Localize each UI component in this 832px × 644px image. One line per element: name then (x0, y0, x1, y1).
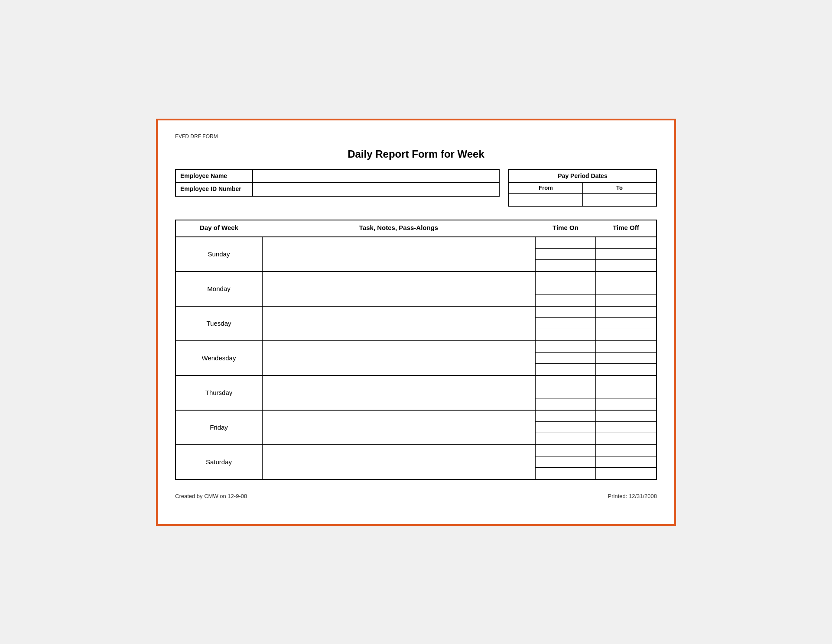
pay-period-headers: From To (509, 183, 656, 194)
time-on-subline[interactable] (536, 411, 595, 422)
time-off-subline[interactable] (596, 445, 656, 456)
time-on-subline[interactable] (536, 387, 595, 398)
time-off-subline[interactable] (596, 387, 656, 398)
time-off-header: Time Off (596, 220, 656, 237)
time-on-subline[interactable] (536, 341, 595, 353)
time-off-cell-sunday (596, 237, 656, 272)
day-row: Sunday (176, 237, 656, 272)
time-off-subline[interactable] (596, 411, 656, 422)
time-off-subline[interactable] (596, 456, 656, 468)
time-on-cell-friday (535, 410, 596, 445)
task-cell-sunday[interactable] (262, 237, 535, 272)
time-on-subline[interactable] (536, 398, 595, 410)
day-row: Saturday (176, 445, 656, 479)
time-off-subline[interactable] (596, 237, 656, 249)
time-on-subline[interactable] (536, 456, 595, 468)
time-on-subline[interactable] (536, 422, 595, 433)
day-cell-saturday: Saturday (176, 445, 262, 479)
form-title: Daily Report Form for Week (175, 148, 657, 160)
time-off-subline[interactable] (596, 260, 656, 271)
time-on-subline[interactable] (536, 318, 595, 329)
time-off-subline[interactable] (596, 272, 656, 283)
time-on-cell-sunday (535, 237, 596, 272)
time-on-subline[interactable] (536, 283, 595, 294)
time-off-subline[interactable] (596, 376, 656, 387)
task-notes-header: Task, Notes, Pass-Alongs (262, 220, 535, 237)
employee-id-row: Employee ID Number (175, 183, 500, 197)
task-cell-friday[interactable] (262, 410, 535, 445)
day-cell-monday: Monday (176, 272, 262, 306)
main-table: Day of Week Task, Notes, Pass-Alongs Tim… (175, 220, 657, 480)
day-row: Monday (176, 272, 656, 306)
time-off-subline[interactable] (596, 353, 656, 364)
time-on-cell-monday (535, 272, 596, 306)
time-on-subline[interactable] (536, 445, 595, 456)
day-row: Wendesday (176, 341, 656, 375)
task-cell-saturday[interactable] (262, 445, 535, 479)
pay-period-title: Pay Period Dates (509, 170, 656, 183)
employee-fields: Employee Name Employee ID Number (175, 169, 500, 207)
time-on-cell-wendesday (535, 341, 596, 375)
day-cell-thursday: Thursday (176, 375, 262, 410)
time-off-subline[interactable] (596, 433, 656, 444)
time-on-subline[interactable] (536, 249, 595, 260)
day-row: Friday (176, 410, 656, 445)
pay-period-to-header: To (583, 183, 656, 193)
time-on-subline[interactable] (536, 376, 595, 387)
time-off-cell-monday (596, 272, 656, 306)
task-cell-tuesday[interactable] (262, 306, 535, 341)
pay-period-from-header: From (509, 183, 583, 193)
day-row: Tuesday (176, 306, 656, 341)
page-wrapper: EVFD DRF FORM Daily Report Form for Week… (156, 119, 676, 526)
employee-id-label: Employee ID Number (175, 183, 253, 197)
pay-period-block: Pay Period Dates From To (508, 169, 657, 207)
footer-right: Printed: 12/31/2008 (608, 493, 657, 499)
time-off-cell-saturday (596, 445, 656, 479)
time-off-cell-wendesday (596, 341, 656, 375)
pay-period-from-input[interactable] (509, 194, 583, 206)
employee-name-label: Employee Name (175, 169, 253, 183)
time-on-subline[interactable] (536, 307, 595, 318)
time-on-header: Time On (535, 220, 596, 237)
employee-name-input[interactable] (253, 169, 500, 183)
time-off-subline[interactable] (596, 398, 656, 410)
time-on-subline[interactable] (536, 353, 595, 364)
form-label: EVFD DRF FORM (175, 133, 657, 139)
pay-period-inputs (509, 194, 656, 206)
task-cell-thursday[interactable] (262, 375, 535, 410)
day-row: Thursday (176, 375, 656, 410)
employee-name-row: Employee Name (175, 169, 500, 183)
time-on-subline[interactable] (536, 237, 595, 249)
time-off-subline[interactable] (596, 364, 656, 375)
task-cell-monday[interactable] (262, 272, 535, 306)
time-off-subline[interactable] (596, 249, 656, 260)
employee-id-input[interactable] (253, 183, 500, 197)
time-off-cell-tuesday (596, 306, 656, 341)
time-off-subline[interactable] (596, 283, 656, 294)
time-off-cell-friday (596, 410, 656, 445)
time-on-subline[interactable] (536, 294, 595, 306)
time-off-subline[interactable] (596, 329, 656, 340)
column-header-row: Day of Week Task, Notes, Pass-Alongs Tim… (176, 220, 656, 237)
time-on-subline[interactable] (536, 272, 595, 283)
day-cell-tuesday: Tuesday (176, 306, 262, 341)
pay-period-to-input[interactable] (583, 194, 656, 206)
time-on-cell-thursday (535, 375, 596, 410)
time-on-subline[interactable] (536, 260, 595, 271)
footer-left: Created by CMW on 12-9-08 (175, 493, 247, 499)
time-on-subline[interactable] (536, 329, 595, 340)
time-on-cell-saturday (535, 445, 596, 479)
time-off-subline[interactable] (596, 307, 656, 318)
footer: Created by CMW on 12-9-08 Printed: 12/31… (175, 493, 657, 499)
time-off-subline[interactable] (596, 318, 656, 329)
time-on-subline[interactable] (536, 468, 595, 479)
header-section: Employee Name Employee ID Number Pay Per… (175, 169, 657, 207)
time-off-subline[interactable] (596, 422, 656, 433)
time-off-subline[interactable] (596, 468, 656, 479)
time-off-subline[interactable] (596, 341, 656, 353)
time-on-subline[interactable] (536, 433, 595, 444)
task-cell-wendesday[interactable] (262, 341, 535, 375)
time-on-subline[interactable] (536, 364, 595, 375)
time-off-subline[interactable] (596, 294, 656, 306)
time-off-cell-thursday (596, 375, 656, 410)
